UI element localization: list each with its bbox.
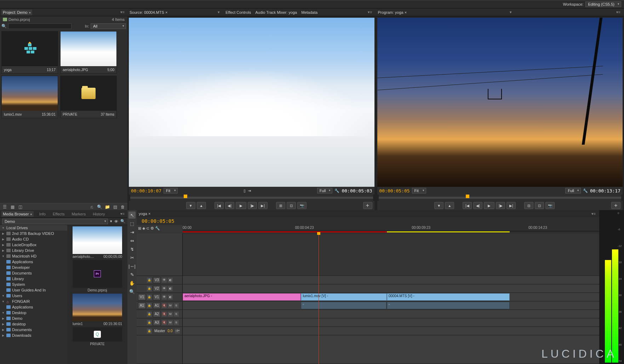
pen-tool[interactable]: ✎ bbox=[128, 271, 136, 278]
in-dropdown[interactable]: All bbox=[91, 23, 126, 29]
lock-icon[interactable]: 🔒 bbox=[147, 286, 152, 291]
source-timecode-dur[interactable]: 00:00:05:03 bbox=[342, 188, 372, 193]
media-thumb[interactable]: Q PRIVATE bbox=[69, 327, 126, 346]
bin-item[interactable]: lumix1.mov15:36:01 bbox=[1, 76, 58, 118]
tree-node[interactable]: ▼Macintosh HD bbox=[0, 253, 67, 259]
effects-tab[interactable]: Effects bbox=[51, 211, 66, 217]
goto-out-button[interactable]: ▶| bbox=[258, 202, 268, 209]
step-back-button[interactable]: ◀| bbox=[473, 202, 482, 209]
tree-node[interactable]: Library bbox=[0, 276, 67, 282]
program-tab[interactable]: Program: yoga × bbox=[378, 10, 407, 15]
lift-button[interactable]: ⊟ bbox=[524, 202, 533, 209]
source-timecode-in[interactable]: 00:00:10:07 bbox=[131, 188, 161, 193]
search-icon[interactable]: 🔍 bbox=[1, 24, 7, 29]
tree-node[interactable]: Applications bbox=[0, 304, 67, 310]
lock-icon[interactable]: 🔒 bbox=[147, 295, 152, 300]
delete-icon[interactable]: 🗑 bbox=[120, 204, 125, 209]
project-bins[interactable]: yoga13;17 aerialphoto.JPG5;00 lumix1.mov… bbox=[0, 30, 127, 203]
tree-node[interactable]: ▶Library Drive bbox=[0, 248, 67, 253]
audio-clip[interactable]: ▫ bbox=[301, 302, 386, 309]
settings-icon[interactable]: 🔧 bbox=[583, 189, 588, 193]
tree-node[interactable]: Applications bbox=[0, 259, 67, 265]
full-dropdown[interactable]: Full bbox=[565, 188, 581, 193]
tree-node[interactable]: Documents bbox=[0, 270, 67, 276]
tree-node[interactable]: ▶Demo bbox=[0, 316, 67, 321]
media-thumb[interactable]: lumix100:15:36:01 bbox=[69, 294, 126, 326]
full-dropdown[interactable]: Full bbox=[317, 188, 333, 193]
program-timecode-dur[interactable]: 00:00:13:17 bbox=[590, 188, 620, 193]
rate-tool[interactable]: ↯ bbox=[128, 245, 136, 253]
step-fwd-button[interactable]: |▶ bbox=[496, 202, 505, 209]
sync-icon[interactable]: ◐ bbox=[168, 295, 173, 300]
sync-icon[interactable]: ◐ bbox=[168, 286, 173, 291]
markers-tab[interactable]: Markers bbox=[70, 211, 87, 217]
icon-view-icon[interactable]: ▦ bbox=[10, 204, 15, 209]
track-v2[interactable] bbox=[183, 284, 599, 293]
sequence-tab[interactable]: yoga × bbox=[139, 212, 150, 216]
panel-menu-icon[interactable]: ▾≡ bbox=[119, 212, 126, 216]
project-tab[interactable]: Project: Demo× bbox=[1, 10, 32, 15]
history-tab[interactable]: History bbox=[91, 211, 106, 217]
timeline-ruler[interactable]: 00:00 00:00:04:23 00:00:09:23 00:00:14:2… bbox=[183, 225, 599, 231]
ripple-tool[interactable]: ⇥ bbox=[128, 229, 136, 236]
slip-tool[interactable]: |↔| bbox=[128, 262, 136, 270]
fit-dropdown[interactable]: Fit bbox=[412, 188, 426, 193]
chevron-down-icon[interactable]: ▾ bbox=[508, 10, 513, 15]
overwrite-button[interactable]: ⊡ bbox=[287, 202, 296, 209]
eye-icon[interactable]: 👁 bbox=[162, 286, 167, 291]
track-select-tool[interactable]: ⬚ bbox=[128, 220, 136, 227]
goto-in-button[interactable]: |◀ bbox=[214, 202, 224, 209]
source-scrubber[interactable] bbox=[130, 195, 373, 201]
track-a3[interactable] bbox=[183, 318, 599, 327]
media-browser-tab[interactable]: Media Browser× bbox=[1, 211, 34, 217]
wrench-button[interactable]: 🔧 bbox=[155, 226, 160, 231]
tree-node[interactable]: ▶desktop bbox=[0, 321, 67, 327]
tree-node[interactable]: System bbox=[0, 282, 67, 287]
audio-mixer-tab[interactable]: Audio Track Mixer: yoga bbox=[255, 10, 297, 15]
tree-node[interactable]: ▼⌂FONGAIR bbox=[0, 299, 67, 304]
program-timecode-in[interactable]: 00:00:05:05 bbox=[379, 188, 410, 193]
add-button[interactable]: + bbox=[611, 202, 620, 209]
bin-item[interactable]: yoga13;17 bbox=[1, 31, 58, 74]
freeform-icon[interactable]: ◫ bbox=[18, 204, 23, 209]
lock-icon[interactable]: 🔒 bbox=[147, 329, 152, 334]
link-button[interactable]: ⊂ bbox=[146, 226, 149, 231]
insert-button[interactable]: ⊞ bbox=[276, 202, 285, 209]
panel-menu-icon[interactable]: ▾≡ bbox=[615, 10, 622, 15]
track-a2[interactable] bbox=[183, 310, 599, 318]
lock-icon[interactable]: 🔒 bbox=[147, 278, 152, 283]
marker-icon[interactable]: ▯ bbox=[244, 189, 246, 193]
track-v1[interactable]: aerialphoto.JPG ▫ lumix1.mov [V] ▫ 00004… bbox=[183, 293, 599, 301]
track-a1[interactable]: ▫ ▫ bbox=[183, 301, 599, 310]
marker-button[interactable]: ◈ bbox=[142, 226, 145, 231]
playhead[interactable] bbox=[319, 233, 319, 364]
source-canvas[interactable] bbox=[129, 18, 374, 187]
step-back-button[interactable]: ◀| bbox=[225, 202, 234, 209]
mark-in-button[interactable]: ▼ bbox=[434, 202, 443, 209]
mark-out-button[interactable]: ▲ bbox=[445, 202, 454, 209]
project-search-input[interactable] bbox=[8, 23, 71, 29]
metadata-tab[interactable]: Metadata bbox=[301, 10, 317, 15]
tree-node[interactable]: ▶2nd 3TB Backup VIDEO bbox=[0, 231, 67, 236]
extract-button[interactable]: ⊡ bbox=[535, 202, 544, 209]
panel-menu-icon[interactable]: ▾≡ bbox=[366, 10, 373, 15]
automate-icon[interactable]: ⎌ bbox=[89, 204, 94, 209]
program-canvas[interactable] bbox=[377, 18, 623, 187]
export-frame-button[interactable]: 📷 bbox=[297, 202, 307, 209]
new-bin-icon[interactable]: 📁 bbox=[105, 204, 110, 209]
lock-icon[interactable]: 🔒 bbox=[147, 320, 152, 325]
timeline-timecode[interactable]: 00:00:05:05 bbox=[142, 218, 174, 224]
panel-menu-icon[interactable]: ▾≡ bbox=[590, 212, 597, 216]
tree-node[interactable]: ▶Downloads bbox=[0, 333, 67, 338]
fit-dropdown[interactable]: Fit bbox=[164, 188, 178, 193]
info-tab[interactable]: Info bbox=[38, 211, 47, 217]
path-dropdown[interactable]: Demo bbox=[2, 219, 108, 224]
find-icon[interactable]: 🔍 bbox=[97, 204, 102, 209]
new-item-icon[interactable]: ▤ bbox=[113, 204, 118, 209]
track-v3[interactable] bbox=[183, 276, 599, 284]
audio-clip[interactable]: ▫ bbox=[387, 302, 510, 309]
lock-icon[interactable]: 🔒 bbox=[147, 312, 152, 317]
mark-out-button[interactable]: ▲ bbox=[197, 202, 206, 209]
rolling-tool[interactable]: ⇔ bbox=[128, 237, 136, 244]
list-view-icon[interactable]: ☰ bbox=[2, 204, 7, 209]
